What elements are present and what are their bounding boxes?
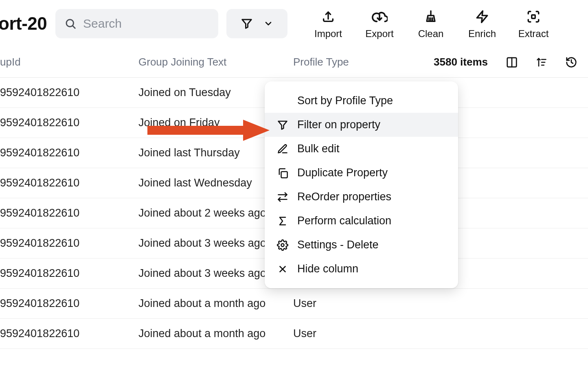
export-button[interactable]: Export <box>363 9 396 39</box>
svg-marker-2 <box>242 20 252 28</box>
table-header: upId Group Joining Text Profile Type 358… <box>0 47 588 78</box>
upload-icon <box>321 9 335 24</box>
menu-bulk-edit[interactable]: Bulk edit <box>265 137 458 161</box>
cell-profile: User <box>293 327 399 340</box>
col-joining-text[interactable]: Group Joining Text <box>138 56 293 68</box>
broom-icon <box>424 9 438 24</box>
svg-point-21 <box>281 243 284 246</box>
enrich-label: Enrich <box>468 28 496 39</box>
filter-icon <box>276 119 289 131</box>
export-label: Export <box>365 28 393 39</box>
menu-reorder[interactable]: ReOrder properties <box>265 185 458 209</box>
swap-icon <box>276 191 289 203</box>
toolbar: ort-20 Import Export <box>0 0 588 47</box>
menu-sort[interactable]: Sort by Profile Type <box>265 89 458 113</box>
header-tools: 3580 items <box>434 56 588 68</box>
cell-groupid: 9592401822610 <box>0 237 138 250</box>
gear-icon <box>276 239 289 251</box>
cloud-download-icon <box>371 9 388 24</box>
sigma-icon <box>276 215 289 227</box>
table-row[interactable]: 9592401822610 Joined about a month ago U… <box>0 289 588 319</box>
search-box[interactable] <box>55 9 218 38</box>
menu-hide-column[interactable]: Hide column <box>265 257 458 281</box>
menu-settings-delete[interactable]: Settings - Delete <box>265 233 458 257</box>
menu-calc-label: Perform calculation <box>297 215 391 227</box>
cell-groupid: 9592401822610 <box>0 297 138 310</box>
scan-icon <box>527 9 540 24</box>
filter-icon <box>241 18 253 30</box>
col-profile-type[interactable]: Profile Type <box>293 56 399 68</box>
menu-settings-label: Settings - Delete <box>297 239 379 251</box>
cell-groupid: 9592401822610 <box>0 177 138 189</box>
chevron-down-icon <box>263 19 273 28</box>
cell-groupid: 9592401822610 <box>0 147 138 159</box>
clean-label: Clean <box>418 28 444 39</box>
cell-profile: User <box>293 297 399 310</box>
menu-calculation[interactable]: Perform calculation <box>265 209 458 233</box>
clean-button[interactable]: Clean <box>415 9 447 39</box>
col-groupid[interactable]: upId <box>0 56 138 68</box>
import-button[interactable]: Import <box>312 9 344 39</box>
menu-bulk-label: Bulk edit <box>297 142 340 155</box>
menu-reorder-label: ReOrder properties <box>297 191 391 203</box>
cell-groupid: 9592401822610 <box>0 116 138 129</box>
close-icon <box>276 264 289 274</box>
cell-joining: Joined about a month ago <box>138 327 293 340</box>
svg-rect-10 <box>532 15 535 18</box>
menu-filter[interactable]: Filter on property <box>265 113 458 137</box>
menu-sort-label: Sort by Profile Type <box>297 94 393 107</box>
menu-hide-label: Hide column <box>297 263 358 275</box>
extract-button[interactable]: Extract <box>517 9 550 39</box>
page-title-fragment: ort-20 <box>0 13 47 34</box>
menu-duplicate[interactable]: Duplicate Property <box>265 161 458 185</box>
edit-icon <box>276 143 289 155</box>
copy-icon <box>276 167 289 179</box>
table-row[interactable]: 9592401822610 Joined about a month ago U… <box>0 319 588 349</box>
filter-button[interactable] <box>226 9 287 38</box>
svg-line-1 <box>73 26 75 28</box>
menu-duplicate-label: Duplicate Property <box>297 167 388 179</box>
cell-groupid: 9592401822610 <box>0 327 138 340</box>
history-icon[interactable] <box>565 56 577 68</box>
svg-rect-18 <box>281 171 287 178</box>
action-buttons: Import Export Clean Enrich Extract <box>312 8 550 39</box>
import-label: Import <box>314 28 342 39</box>
extract-label: Extract <box>518 28 549 39</box>
search-input[interactable] <box>83 17 209 31</box>
cell-joining: Joined about a month ago <box>138 297 293 310</box>
column-context-menu: Sort by Profile Type Filter on property … <box>265 81 458 288</box>
cell-groupid: 9592401822610 <box>0 207 138 219</box>
columns-icon[interactable] <box>506 56 518 68</box>
cell-groupid: 9592401822610 <box>0 267 138 280</box>
cell-groupid: 9592401822610 <box>0 86 138 99</box>
search-icon <box>64 18 77 30</box>
menu-filter-label: Filter on property <box>297 118 380 131</box>
items-count: 3580 items <box>434 56 488 68</box>
enrich-button[interactable]: Enrich <box>466 9 498 39</box>
bolt-icon <box>475 9 489 24</box>
svg-marker-9 <box>477 11 487 22</box>
svg-marker-17 <box>279 121 287 129</box>
sort-icon[interactable] <box>536 57 547 68</box>
